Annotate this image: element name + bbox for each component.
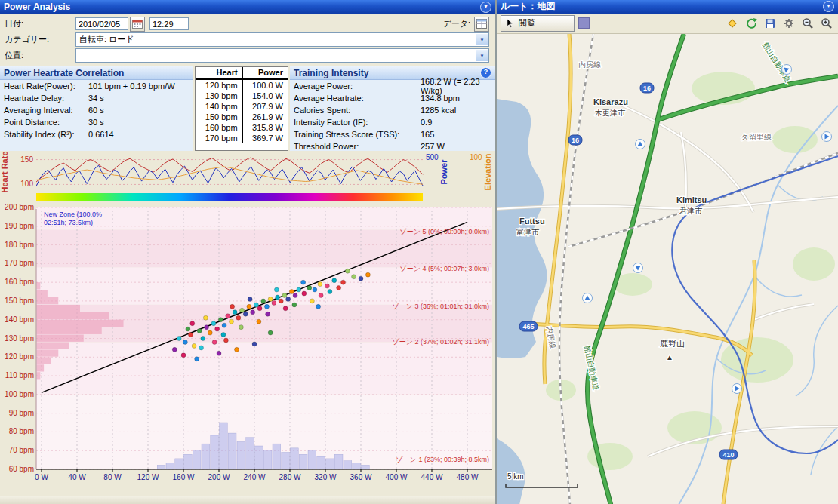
ride-metadata-form: 日付: データ: xyxy=(0,14,495,63)
save-button[interactable] xyxy=(763,16,778,31)
time-input[interactable] xyxy=(149,17,189,30)
svg-text:200 W: 200 W xyxy=(208,473,230,481)
timeline-chart-svg: 150100500100Heart RatePowerElevation xyxy=(0,151,495,193)
route-map-canvas[interactable]: 内房線館山自動車道久留里線Kisarazu木更津市Kimitsu君津市Futts… xyxy=(497,34,838,504)
refresh-icon xyxy=(744,17,758,30)
chevron-down-icon: ▼ xyxy=(476,34,488,45)
svg-text:280 W: 280 W xyxy=(279,473,301,481)
power-analysis-title: Power Analysis xyxy=(4,2,70,12)
svg-text:ゾーン 4 (5%; 00:07h; 3.0km): ゾーン 4 (5%; 00:07h; 3.0km) xyxy=(400,265,489,272)
gear-icon xyxy=(782,17,796,30)
save-icon xyxy=(763,17,777,30)
stat-row: Heartrate Delay:34 s xyxy=(0,92,193,104)
correlation-title: Power Heartrate Correlation xyxy=(4,68,124,78)
map-label: Kisarazu xyxy=(593,97,628,106)
power-analysis-panel: Power Analysis ▼ 日付: データ: xyxy=(0,0,495,504)
map-label: Kimitsu xyxy=(676,195,707,204)
hr-power-row: 140 bpm207.9 W xyxy=(196,101,288,112)
svg-text:16: 16 xyxy=(643,85,651,92)
svg-text:Heart Rate: Heart Rate xyxy=(0,151,9,192)
map-label: Futtsu xyxy=(519,217,545,226)
hr-power-row: 160 bpm315.8 W xyxy=(196,122,288,133)
correlation-box: Power Heartrate Correlation Heart Rate(P… xyxy=(0,66,193,151)
svg-text:120 W: 120 W xyxy=(137,473,159,481)
route-map-panel: ルート：地図 ▼ 閲覧 xyxy=(497,0,838,504)
calendar-icon xyxy=(132,19,143,29)
stats-section: Power Heartrate Correlation Heart Rate(P… xyxy=(0,66,495,151)
category-select[interactable]: 自転車: ロード ▼ xyxy=(75,32,489,47)
svg-text:410: 410 xyxy=(722,451,734,459)
svg-text:320 W: 320 W xyxy=(315,473,337,481)
svg-text:150: 150 xyxy=(20,155,33,164)
refresh-button[interactable] xyxy=(744,16,759,31)
training-intensity-rows: Average Power:168.2 W (= 2.23 W/kg)Avera… xyxy=(290,80,495,152)
svg-text:360 W: 360 W xyxy=(350,473,372,481)
svg-text:ゾーン 2 (37%; 01:02h; 31.1km): ゾーン 2 (37%; 01:02h; 31.1km) xyxy=(393,338,489,346)
svg-text:440 W: 440 W xyxy=(421,473,443,481)
stat-row: Averaging Interval:60 s xyxy=(0,104,193,116)
left-panel-footer xyxy=(0,496,495,504)
svg-text:02:51h; 73.5km): 02:51h; 73.5km) xyxy=(44,219,93,226)
map-label: 富津市 xyxy=(516,228,540,236)
stat-row: Heart Rate(Power):101 bpm + 0.19 bpm/W xyxy=(0,80,193,92)
category-label: カテゴリー: xyxy=(5,34,75,45)
hr-power-scatter-chart: 200 bpm190 bpm180 bpm170 bpm160 bpm150 b… xyxy=(0,201,495,496)
time-color-gradient-bar xyxy=(36,193,423,201)
svg-text:New Zone (100.0%: New Zone (100.0% xyxy=(44,211,102,218)
stat-row: Calories Spent:1285 kcal xyxy=(290,104,495,116)
svg-text:Power: Power xyxy=(439,159,448,185)
date-input[interactable] xyxy=(75,17,128,30)
hr-power-table: Heart Power 120 bpm100.0 W130 bpm154.0 W… xyxy=(196,67,288,143)
svg-text:480 W: 480 W xyxy=(457,473,479,481)
svg-text:ゾーン 1 (23%; 00:39h; 8.5km): ゾーン 1 (23%; 00:39h; 8.5km) xyxy=(396,456,489,463)
view-mode-button[interactable]: 閲覧 xyxy=(501,15,575,32)
route-map-titlebar: ルート：地図 ▼ xyxy=(497,0,838,14)
map-scale-label: 5 km xyxy=(507,472,524,481)
svg-text:120 bpm: 120 bpm xyxy=(5,352,34,361)
category-value: 自転車: ロード xyxy=(79,34,134,45)
stat-row: Stability Index (R²):0.6614 xyxy=(0,128,193,140)
data-grid-button[interactable] xyxy=(474,17,489,32)
route-map-title: ルート：地図 xyxy=(501,0,556,13)
zoom-out-button[interactable] xyxy=(800,16,815,31)
chevron-down-icon: ▼ xyxy=(476,50,488,61)
svg-text:130 bpm: 130 bpm xyxy=(5,334,34,343)
map-toolbar: 閲覧 xyxy=(497,14,838,34)
map-svg: 内房線館山自動車道久留里線Kisarazu木更津市Kimitsu君津市Futts… xyxy=(497,34,838,504)
data-label: データ: xyxy=(442,18,470,29)
app-window: Power Analysis ▼ 日付: データ: xyxy=(0,0,838,504)
settings-gear-button[interactable] xyxy=(781,16,796,31)
map-label: ▲ xyxy=(666,353,673,361)
zoom-in-button[interactable] xyxy=(819,16,834,31)
svg-text:170 bpm: 170 bpm xyxy=(5,259,34,267)
svg-text:80 W: 80 W xyxy=(103,473,122,481)
panel-collapse-button[interactable]: ▼ xyxy=(480,2,491,13)
location-select[interactable]: ▼ xyxy=(75,48,489,63)
svg-text:160 W: 160 W xyxy=(173,473,195,481)
svg-text:ゾーン 3 (36%; 01:01h; 31.0km): ゾーン 3 (36%; 01:01h; 31.0km) xyxy=(393,303,489,310)
location-label: 位置: xyxy=(5,50,75,61)
svg-text:40 W: 40 W xyxy=(68,473,86,481)
svg-text:100: 100 xyxy=(470,153,482,161)
stat-row: Intensity Factor (IF):0.9 xyxy=(290,116,495,128)
layer-swatch-button[interactable] xyxy=(578,17,590,29)
svg-text:180 bpm: 180 bpm xyxy=(5,241,34,249)
svg-text:200 bpm: 200 bpm xyxy=(5,203,34,211)
svg-text:150 bpm: 150 bpm xyxy=(5,297,34,305)
panel-collapse-button[interactable]: ▼ xyxy=(823,1,834,12)
svg-text:100: 100 xyxy=(20,180,33,188)
timeline-chart: 150100500100Heart RatePowerElevation xyxy=(0,151,495,193)
data-grid-icon xyxy=(476,19,487,29)
svg-text:140 bpm: 140 bpm xyxy=(5,315,34,324)
svg-text:160 bpm: 160 bpm xyxy=(5,278,34,286)
svg-text:90 bpm: 90 bpm xyxy=(9,409,34,417)
map-label: 君津市 xyxy=(679,207,703,215)
marker-diamond-button[interactable] xyxy=(725,16,740,31)
hr-power-row: 150 bpm261.9 W xyxy=(196,112,288,122)
stat-row: Average Heartrate:134.8 bpm xyxy=(290,92,495,104)
calendar-button[interactable] xyxy=(130,17,145,32)
hr-power-table-box: Heart Power 120 bpm100.0 W130 bpm154.0 W… xyxy=(195,66,288,151)
stat-row: Point Distance:30 s xyxy=(0,116,193,128)
svg-text:190 bpm: 190 bpm xyxy=(5,222,34,230)
correlation-rows: Heart Rate(Power):101 bpm + 0.19 bpm/WHe… xyxy=(0,80,193,140)
